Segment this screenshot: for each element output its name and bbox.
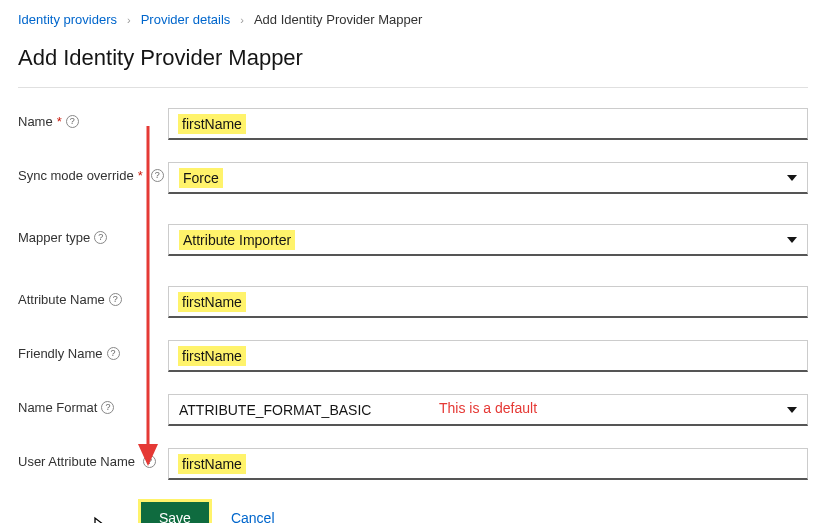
label-name-format: Name Format ? xyxy=(18,394,168,415)
breadcrumb-current: Add Identity Provider Mapper xyxy=(254,12,422,27)
chevron-down-icon xyxy=(787,407,797,413)
help-icon[interactable]: ? xyxy=(143,455,156,468)
chevron-right-icon: › xyxy=(240,14,244,26)
user-attribute-name-input[interactable] xyxy=(168,448,808,480)
help-icon[interactable]: ? xyxy=(151,169,164,182)
name-input[interactable] xyxy=(168,108,808,140)
chevron-down-icon xyxy=(787,175,797,181)
help-icon[interactable]: ? xyxy=(107,347,120,360)
chevron-right-icon: › xyxy=(127,14,131,26)
label-attribute-name: Attribute Name ? xyxy=(18,286,168,307)
label-mapper-type: Mapper type ? xyxy=(18,224,168,245)
name-format-select[interactable]: ATTRIBUTE_FORMAT_BASIC xyxy=(168,394,808,426)
label-user-attribute-name: User Attribute Name ? xyxy=(18,448,168,469)
sync-mode-override-select[interactable]: Force xyxy=(168,162,808,194)
attribute-name-input[interactable] xyxy=(168,286,808,318)
label-name: Name * ? xyxy=(18,108,168,129)
divider xyxy=(18,87,808,88)
label-friendly-name: Friendly Name ? xyxy=(18,340,168,361)
help-icon[interactable]: ? xyxy=(101,401,114,414)
chevron-down-icon xyxy=(787,237,797,243)
help-icon[interactable]: ? xyxy=(66,115,79,128)
page-title: Add Identity Provider Mapper xyxy=(18,45,808,71)
breadcrumb: Identity providers › Provider details › … xyxy=(18,12,808,27)
breadcrumb-link-identity-providers[interactable]: Identity providers xyxy=(18,12,117,27)
mapper-type-value: Attribute Importer xyxy=(179,230,295,250)
cancel-button[interactable]: Cancel xyxy=(231,510,275,523)
help-icon[interactable]: ? xyxy=(94,231,107,244)
save-button[interactable]: Save xyxy=(141,502,209,523)
name-format-value: ATTRIBUTE_FORMAT_BASIC xyxy=(179,402,371,418)
friendly-name-input[interactable] xyxy=(168,340,808,372)
label-sync-mode-override: Sync mode override * ? xyxy=(18,162,168,183)
cursor-icon xyxy=(93,516,111,523)
mapper-type-select[interactable]: Attribute Importer xyxy=(168,224,808,256)
help-icon[interactable]: ? xyxy=(109,293,122,306)
breadcrumb-link-provider-details[interactable]: Provider details xyxy=(141,12,231,27)
sync-mode-override-value: Force xyxy=(179,168,223,188)
